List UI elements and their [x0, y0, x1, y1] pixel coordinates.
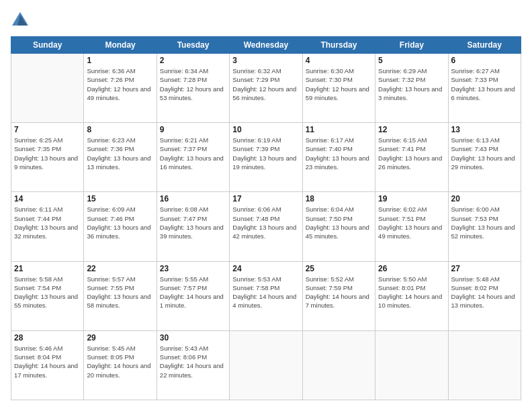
day-number: 29 [87, 333, 153, 342]
calendar-cell: 17Sunrise: 6:06 AMSunset: 7:48 PMDayligh… [230, 192, 302, 261]
day-number: 4 [306, 56, 372, 65]
day-info: Sunrise: 6:17 AMSunset: 7:40 PMDaylight:… [306, 136, 372, 171]
calendar-cell [230, 330, 302, 400]
day-number: 30 [160, 333, 226, 342]
day-info: Sunrise: 6:36 AMSunset: 7:26 PMDaylight:… [87, 66, 153, 102]
calendar-cell: 30Sunrise: 5:43 AMSunset: 8:06 PMDayligh… [157, 330, 229, 400]
day-info: Sunrise: 5:53 AMSunset: 7:58 PMDaylight:… [232, 275, 299, 310]
day-info: Sunrise: 5:48 AMSunset: 8:02 PMDaylight:… [451, 275, 518, 310]
day-number: 24 [232, 264, 299, 273]
day-number: 14 [14, 194, 81, 203]
calendar-cell: 12Sunrise: 6:15 AMSunset: 7:41 PMDayligh… [375, 123, 448, 192]
calendar-cell: 5Sunrise: 6:29 AMSunset: 7:32 PMDaylight… [375, 54, 448, 123]
day-info: Sunrise: 5:50 AMSunset: 8:01 PMDaylight:… [378, 275, 445, 310]
day-info: Sunrise: 6:27 AMSunset: 7:33 PMDaylight:… [451, 66, 518, 102]
calendar-week-3: 14Sunrise: 6:11 AMSunset: 7:44 PMDayligh… [11, 192, 521, 261]
calendar-cell [448, 330, 521, 400]
day-number: 10 [232, 125, 299, 134]
calendar-cell: 27Sunrise: 5:48 AMSunset: 8:02 PMDayligh… [448, 261, 521, 330]
calendar-cell: 2Sunrise: 6:34 AMSunset: 7:28 PMDaylight… [157, 54, 229, 123]
calendar-cell [11, 54, 84, 123]
calendar-cell: 26Sunrise: 5:50 AMSunset: 8:01 PMDayligh… [375, 261, 448, 330]
weekday-header-saturday: Saturday [448, 37, 521, 54]
day-info: Sunrise: 5:46 AMSunset: 8:04 PMDaylight:… [14, 344, 81, 379]
day-number: 3 [232, 56, 299, 65]
day-info: Sunrise: 5:52 AMSunset: 7:59 PMDaylight:… [306, 275, 372, 310]
day-number: 21 [14, 264, 81, 273]
day-number: 7 [14, 125, 81, 134]
day-number: 27 [451, 264, 518, 273]
day-info: Sunrise: 6:32 AMSunset: 7:29 PMDaylight:… [232, 66, 299, 102]
day-info: Sunrise: 6:13 AMSunset: 7:43 PMDaylight:… [451, 136, 518, 171]
calendar-cell: 28Sunrise: 5:46 AMSunset: 8:04 PMDayligh… [11, 330, 84, 400]
weekday-header-friday: Friday [375, 37, 448, 54]
day-info: Sunrise: 6:00 AMSunset: 7:53 PMDaylight:… [451, 205, 518, 240]
day-info: Sunrise: 6:25 AMSunset: 7:35 PMDaylight:… [14, 136, 81, 171]
calendar-cell: 15Sunrise: 6:09 AMSunset: 7:46 PMDayligh… [84, 192, 157, 261]
day-info: Sunrise: 6:21 AMSunset: 7:37 PMDaylight:… [160, 136, 226, 171]
day-number: 1 [87, 56, 153, 65]
calendar-cell: 25Sunrise: 5:52 AMSunset: 7:59 PMDayligh… [302, 261, 375, 330]
calendar-cell: 22Sunrise: 5:57 AMSunset: 7:55 PMDayligh… [84, 261, 157, 330]
day-number: 5 [378, 56, 445, 65]
calendar-cell [375, 330, 448, 400]
calendar-week-5: 28Sunrise: 5:46 AMSunset: 8:04 PMDayligh… [11, 330, 521, 400]
calendar-cell [302, 330, 375, 400]
calendar-cell: 23Sunrise: 5:55 AMSunset: 7:57 PMDayligh… [157, 261, 229, 330]
calendar-cell: 4Sunrise: 6:30 AMSunset: 7:30 PMDaylight… [302, 54, 375, 123]
weekday-header-thursday: Thursday [302, 37, 375, 54]
page: SundayMondayTuesdayWednesdayThursdayFrid… [0, 0, 532, 411]
calendar-cell: 3Sunrise: 6:32 AMSunset: 7:29 PMDaylight… [230, 54, 302, 123]
day-number: 8 [87, 125, 153, 134]
day-number: 25 [306, 264, 372, 273]
day-info: Sunrise: 6:08 AMSunset: 7:47 PMDaylight:… [160, 205, 226, 240]
weekday-row: SundayMondayTuesdayWednesdayThursdayFrid… [11, 37, 521, 54]
calendar-body: 1Sunrise: 6:36 AMSunset: 7:26 PMDaylight… [11, 54, 521, 400]
day-info: Sunrise: 6:30 AMSunset: 7:30 PMDaylight:… [306, 66, 372, 102]
calendar-week-2: 7Sunrise: 6:25 AMSunset: 7:35 PMDaylight… [11, 123, 521, 192]
weekday-header-sunday: Sunday [11, 37, 84, 54]
calendar-cell: 13Sunrise: 6:13 AMSunset: 7:43 PMDayligh… [448, 123, 521, 192]
calendar-header: SundayMondayTuesdayWednesdayThursdayFrid… [11, 37, 521, 54]
day-info: Sunrise: 6:19 AMSunset: 7:39 PMDaylight:… [232, 136, 299, 171]
day-number: 22 [87, 264, 153, 273]
calendar-cell: 7Sunrise: 6:25 AMSunset: 7:35 PMDaylight… [11, 123, 84, 192]
day-number: 26 [378, 264, 445, 273]
day-info: Sunrise: 6:23 AMSunset: 7:36 PMDaylight:… [87, 136, 153, 171]
day-info: Sunrise: 5:43 AMSunset: 8:06 PMDaylight:… [160, 344, 226, 379]
day-info: Sunrise: 6:34 AMSunset: 7:28 PMDaylight:… [160, 66, 226, 102]
day-number: 17 [232, 194, 299, 203]
day-info: Sunrise: 6:11 AMSunset: 7:44 PMDaylight:… [14, 205, 81, 240]
logo [11, 11, 32, 30]
day-number: 23 [160, 264, 226, 273]
calendar-week-4: 21Sunrise: 5:58 AMSunset: 7:54 PMDayligh… [11, 261, 521, 330]
logo-icon [11, 11, 30, 30]
day-number: 12 [378, 125, 445, 134]
calendar-cell: 6Sunrise: 6:27 AMSunset: 7:33 PMDaylight… [448, 54, 521, 123]
calendar-cell: 9Sunrise: 6:21 AMSunset: 7:37 PMDaylight… [157, 123, 229, 192]
calendar-cell: 20Sunrise: 6:00 AMSunset: 7:53 PMDayligh… [448, 192, 521, 261]
day-number: 15 [87, 194, 153, 203]
day-info: Sunrise: 5:45 AMSunset: 8:05 PMDaylight:… [87, 344, 153, 379]
calendar-cell: 8Sunrise: 6:23 AMSunset: 7:36 PMDaylight… [84, 123, 157, 192]
calendar-cell: 19Sunrise: 6:02 AMSunset: 7:51 PMDayligh… [375, 192, 448, 261]
calendar-cell: 29Sunrise: 5:45 AMSunset: 8:05 PMDayligh… [84, 330, 157, 400]
calendar-cell: 14Sunrise: 6:11 AMSunset: 7:44 PMDayligh… [11, 192, 84, 261]
day-info: Sunrise: 6:02 AMSunset: 7:51 PMDaylight:… [378, 205, 445, 240]
day-info: Sunrise: 6:15 AMSunset: 7:41 PMDaylight:… [378, 136, 445, 171]
day-number: 18 [306, 194, 372, 203]
day-number: 11 [306, 125, 372, 134]
calendar-cell: 11Sunrise: 6:17 AMSunset: 7:40 PMDayligh… [302, 123, 375, 192]
day-number: 19 [378, 194, 445, 203]
calendar-cell: 24Sunrise: 5:53 AMSunset: 7:58 PMDayligh… [230, 261, 302, 330]
day-number: 2 [160, 56, 226, 65]
day-info: Sunrise: 6:06 AMSunset: 7:48 PMDaylight:… [232, 205, 299, 240]
weekday-header-tuesday: Tuesday [157, 37, 229, 54]
calendar-cell: 10Sunrise: 6:19 AMSunset: 7:39 PMDayligh… [230, 123, 302, 192]
day-number: 13 [451, 125, 518, 134]
calendar-cell: 21Sunrise: 5:58 AMSunset: 7:54 PMDayligh… [11, 261, 84, 330]
day-number: 20 [451, 194, 518, 203]
day-info: Sunrise: 6:04 AMSunset: 7:50 PMDaylight:… [306, 205, 372, 240]
day-number: 6 [451, 56, 518, 65]
day-info: Sunrise: 5:57 AMSunset: 7:55 PMDaylight:… [87, 275, 153, 310]
